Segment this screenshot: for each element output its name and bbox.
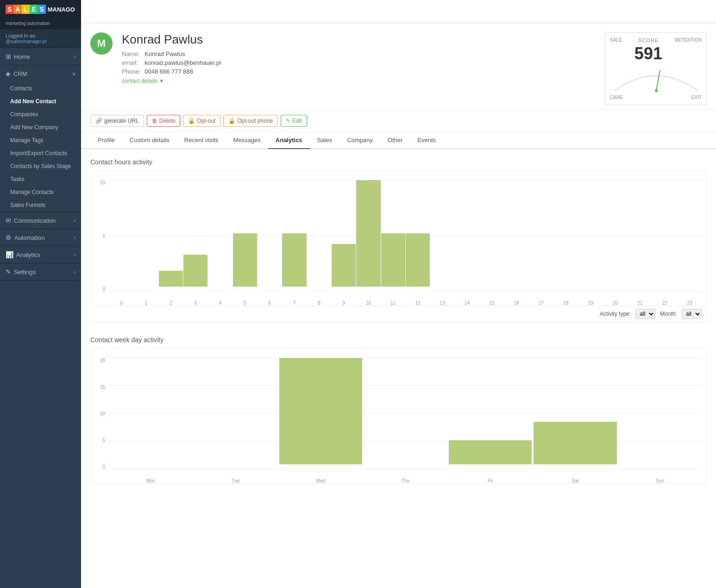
sidebar: SALES MANAGO marketing automation Logged… (0, 0, 81, 588)
sidebar-section-home: ⊞Home ‹ (0, 48, 81, 65)
automation-label: Automation (14, 234, 45, 241)
delete-icon: 🗑 (152, 118, 157, 124)
tab-profile[interactable]: Profile (90, 132, 122, 149)
avatar: M (90, 32, 113, 55)
sidebar-section-settings: ✎Settings ‹ (0, 263, 81, 281)
tab-company[interactable]: Company (339, 132, 380, 149)
hours-chart-wrapper: 0 5 10 (91, 171, 706, 306)
opt-out-phone-label: Opt-out phone (237, 118, 273, 124)
sidebar-item-contacts[interactable]: Contacts (0, 82, 81, 95)
tab-other[interactable]: Other (380, 132, 410, 149)
score-title: SCORE (634, 38, 662, 43)
phone-label: Phone: (122, 67, 144, 76)
weekday-x-labels: Mon Tue Wed Thu Fri Sat Sun (91, 478, 706, 483)
month-select[interactable]: all (682, 309, 702, 319)
sidebar-item-add-new-company[interactable]: Add New Company (0, 121, 81, 134)
edit-label: Edit (292, 118, 302, 124)
logo-letter-e: E (30, 5, 38, 14)
bar-fri (449, 440, 532, 464)
logged-in-label: Logged In as: (6, 33, 75, 38)
sidebar-settings-header[interactable]: ✎Settings ‹ (0, 263, 81, 280)
sidebar-item-add-new-contact[interactable]: Add New Contact (0, 95, 81, 108)
tab-messages[interactable]: Messages (226, 132, 268, 149)
hours-chart-section: Contact hours activity 0 5 10 (90, 158, 707, 322)
tab-sales[interactable]: Sales (310, 132, 340, 149)
home-chevron: ‹ (74, 54, 75, 59)
retention-label: RETENTION (675, 38, 702, 43)
edit-button[interactable]: ✎ Edit (281, 115, 307, 127)
hours-chart-title: Contact hours activity (90, 158, 707, 166)
bar-wed (279, 358, 362, 464)
sidebar-section-crm: ◈CRM ∨ Contacts Add New Contact Companie… (0, 65, 81, 212)
sidebar-item-manage-tags[interactable]: Manage Tags (0, 134, 81, 147)
logged-in-email: @salesmanago.pl (6, 38, 75, 44)
bar-h3 (183, 255, 207, 287)
tab-analytics[interactable]: Analytics (268, 132, 310, 149)
tab-custom-details[interactable]: Custom details (122, 132, 177, 149)
weekday-chart-section: Contact week day activity 0 5 10 15 20 (90, 336, 707, 484)
sale-label: SALE (610, 38, 622, 43)
score-gauge (610, 65, 702, 93)
tabs-bar: Profile Custom details Recent visits Mes… (81, 132, 716, 149)
communication-label: Communication (14, 217, 56, 224)
name-label: Name: (122, 50, 144, 58)
hours-bars (91, 171, 706, 300)
generate-url-button[interactable]: 🔗 generate URL (90, 115, 144, 127)
sidebar-item-contacts-by-sales-stage[interactable]: Contacts by Sales Stage (0, 160, 81, 173)
settings-icon: ✎ (6, 268, 11, 275)
weekday-bars (91, 349, 706, 478)
generate-url-label: generate URL (104, 118, 139, 124)
crm-chevron: ∨ (72, 71, 75, 76)
delete-button[interactable]: 🗑 Delete (147, 115, 181, 127)
sidebar-analytics-header[interactable]: 📊Analytics ‹ (0, 246, 81, 263)
sidebar-item-import-export[interactable]: Import/Export Contacts (0, 147, 81, 160)
sidebar-crm-header[interactable]: ◈CRM ∨ (0, 65, 81, 82)
activity-type-label: Activity type: (600, 311, 631, 317)
analytics-nav-icon: 📊 (6, 251, 13, 258)
phone-value: 0048 666 777 888 (144, 67, 225, 76)
svg-line-0 (656, 70, 660, 91)
communication-chevron: ‹ (74, 218, 75, 223)
home-label: Home (14, 53, 30, 60)
bar-h7 (282, 233, 306, 287)
analytics-chevron: ‹ (74, 252, 75, 257)
sidebar-item-tasks[interactable]: Tasks (0, 173, 81, 186)
automation-chevron: ‹ (74, 235, 75, 240)
sidebar-automation-header[interactable]: ⚙Automation ‹ (0, 229, 81, 246)
email-label: email: (122, 58, 144, 67)
bar-h2 (159, 271, 183, 287)
bar-h10 (356, 180, 380, 287)
sidebar-communication-header[interactable]: ✉Communication ‹ (0, 212, 81, 229)
contact-details: Name: Konrad Pawlus email: konrad.pawlus… (122, 50, 596, 84)
weekday-chart-container: 0 5 10 15 20 (90, 348, 707, 484)
link-icon: 🔗 (95, 118, 102, 124)
edit-icon: ✎ (286, 118, 290, 124)
sidebar-home-header[interactable]: ⊞Home ‹ (0, 48, 81, 65)
sidebar-item-manage-contacts[interactable]: Manage Contacts (0, 186, 81, 199)
sidebar-item-sales-funnels[interactable]: Sales Funnels (0, 199, 81, 212)
tab-events[interactable]: Events (410, 132, 443, 149)
exit-label: EXIT (691, 95, 702, 100)
sidebar-item-companies[interactable]: Companies (0, 108, 81, 121)
logged-in-section: Logged In as: @salesmanago.pl (0, 29, 81, 48)
opt-out-button[interactable]: 🔒 Opt-out (183, 115, 220, 127)
logo-letter-s2: S (38, 5, 45, 14)
contact-details-toggle[interactable]: contact details ▼ (122, 78, 596, 84)
svg-point-1 (655, 89, 658, 92)
hours-x-labels: 0 1 2 3 4 5 6 7 8 9 10 11 12 13 (91, 300, 706, 306)
activity-type-select[interactable]: all (635, 309, 655, 319)
logo: SALES MANAGO (6, 5, 75, 14)
tab-recent-visits[interactable]: Recent visits (177, 132, 226, 149)
settings-label: Settings (14, 269, 36, 275)
delete-label: Delete (159, 118, 176, 124)
opt-out-label: Opt-out (197, 118, 215, 124)
logo-letter-s: S (6, 5, 13, 14)
logo-manago: MANAGO (48, 6, 75, 13)
score-widget: SALE SCORE 591 RETENTION CARE (605, 32, 707, 105)
crm-icon: ◈ (6, 70, 11, 77)
opt-out-phone-button[interactable]: 🔒 Opt-out phone (223, 115, 278, 127)
score-value: 591 (634, 44, 662, 63)
main-content: M Konrad Pawlus Name: Konrad Pawlus emai… (81, 0, 716, 588)
bar-sat (534, 422, 616, 464)
lock-icon: 🔒 (188, 118, 195, 124)
